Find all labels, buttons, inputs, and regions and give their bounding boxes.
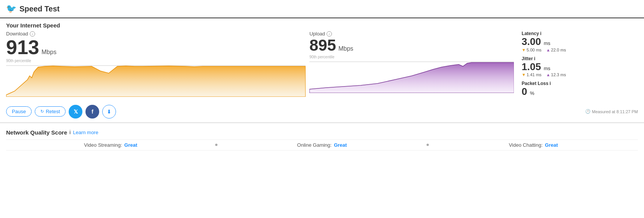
jitter-label: Jitter: [522, 56, 533, 61]
your-internet-speed-label: Your Internet Speed: [6, 22, 638, 29]
latency-info-icon[interactable]: i: [540, 31, 541, 36]
nqs-info-icon[interactable]: i: [69, 129, 71, 135]
facebook-share-button[interactable]: f: [85, 105, 99, 119]
nqs-online-gaming: Online Gaming: Great: [217, 142, 427, 148]
packet-loss-label: Packet Loss: [522, 81, 548, 86]
section-divider: [0, 123, 644, 123]
jitter-down-value: 1.41 ms: [526, 72, 541, 77]
upload-value: 895: [309, 37, 336, 53]
facebook-icon: f: [92, 109, 93, 115]
packet-loss-value: 0: [522, 86, 527, 97]
measured-at: 🕐 Measured at 8:11:27 PM: [585, 109, 638, 114]
download-results-button[interactable]: ⬇: [102, 105, 116, 119]
measured-at-text: Measured at 8:11:27 PM: [592, 109, 638, 114]
jitter-up-stat: ▲ 12.3 ms: [546, 72, 566, 77]
nqs-video-chatting-label: Video Chatting:: [509, 142, 543, 148]
retest-button[interactable]: ↻ Retest: [35, 106, 66, 117]
packet-loss-block: Packet Loss i 0 %: [522, 81, 638, 97]
side-stats: Latency i 3.00 ms ▼ 5.00 ms ▲ 22.0 ms: [518, 31, 638, 101]
nqs-video-streaming: Video Streaming: Great: [6, 142, 215, 148]
download-unit: Mbps: [42, 49, 56, 55]
nqs-online-gaming-label: Online Gaming:: [297, 142, 332, 148]
latency-unit: ms: [544, 40, 550, 46]
controls-row: Pause ↻ Retest 𝕏 f ⬇ 🕐 Measured at 8:11:…: [0, 101, 644, 123]
jitter-block: Jitter i 1.05 ms ▼ 1.41 ms ▲ 12.3 ms: [522, 56, 638, 77]
learn-more-link[interactable]: Learn more: [73, 130, 98, 135]
nqs-header: Network Quality Score i Learn more: [6, 129, 638, 136]
download-icon: ⬇: [107, 109, 111, 115]
header-title: Speed Test: [19, 5, 60, 13]
jitter-value: 1.05: [522, 61, 541, 72]
packet-loss-info-icon[interactable]: i: [549, 81, 551, 86]
upload-chart: 90th percentile: [309, 55, 514, 93]
latency-block: Latency i 3.00 ms ▼ 5.00 ms ▲ 22.0 ms: [522, 31, 638, 52]
packet-loss-unit: %: [530, 90, 535, 96]
nqs-title: Network Quality Score: [6, 129, 67, 136]
download-label: Download: [6, 31, 28, 37]
latency-down-value: 5.00 ms: [526, 48, 541, 52]
latency-up-arrow: ▲: [546, 48, 550, 52]
latency-label: Latency: [522, 31, 539, 36]
jitter-down-stat: ▼ 1.41 ms: [522, 72, 541, 77]
jitter-down-arrow: ▼: [522, 72, 526, 77]
jitter-up-value: 12.3 ms: [551, 72, 566, 77]
nqs-video-chatting-value: Great: [545, 142, 558, 148]
jitter-info-icon[interactable]: i: [534, 56, 535, 61]
download-info-icon[interactable]: i: [30, 31, 35, 37]
nqs-section: Network Quality Score i Learn more Video…: [0, 126, 644, 154]
download-percentile-label: 90th percentile: [6, 59, 31, 63]
twitter-icon: 𝕏: [74, 109, 78, 115]
nqs-video-streaming-value: Great: [124, 142, 137, 148]
nqs-video-streaming-label: Video Streaming:: [84, 142, 122, 148]
latency-up-stat: ▲ 22.0 ms: [546, 48, 566, 52]
nqs-scores: Video Streaming: Great Online Gaming: Gr…: [6, 139, 638, 151]
latency-value: 3.00: [522, 36, 541, 47]
nqs-online-gaming-value: Great: [334, 142, 347, 148]
latency-down-arrow: ▼: [522, 48, 526, 52]
twitter-share-button[interactable]: 𝕏: [69, 105, 82, 119]
speedtest-icon: 🐦: [6, 4, 16, 14]
jitter-unit: ms: [544, 66, 550, 71]
pause-button[interactable]: Pause: [6, 106, 32, 117]
clock-icon: 🕐: [585, 109, 591, 114]
upload-unit: Mbps: [338, 46, 353, 52]
download-chart: 90th percentile: [6, 59, 306, 97]
upload-percentile-label: 90th percentile: [309, 55, 335, 59]
upload-label: Upload: [309, 31, 325, 37]
latency-down-stat: ▼ 5.00 ms: [522, 48, 541, 52]
upload-info-icon[interactable]: i: [327, 31, 332, 37]
retest-icon: ↻: [40, 109, 44, 114]
jitter-up-arrow: ▲: [546, 72, 550, 77]
latency-up-value: 22.0 ms: [551, 48, 566, 52]
header: 🐦 Speed Test: [0, 0, 644, 18]
nqs-video-chatting: Video Chatting: Great: [429, 142, 638, 148]
download-value: 913: [6, 37, 39, 57]
